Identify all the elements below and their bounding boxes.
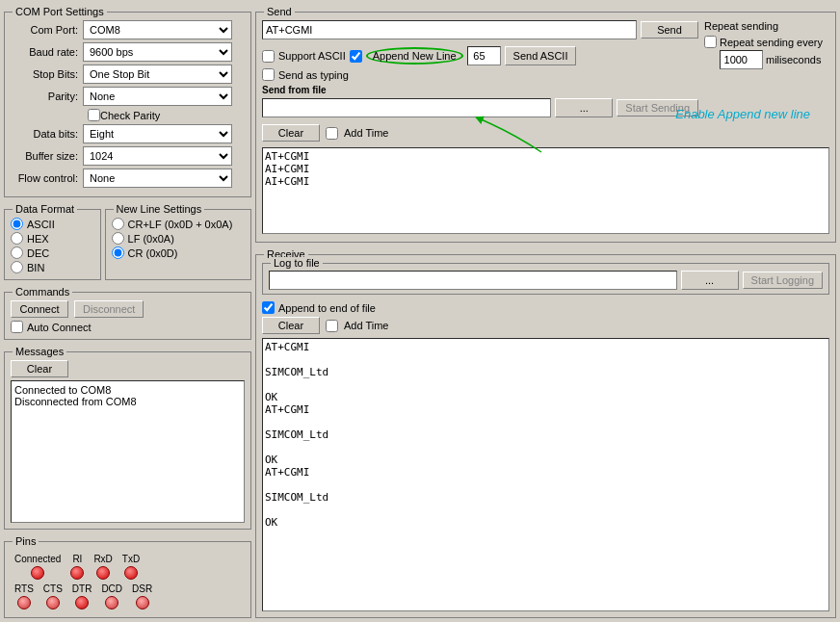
pin-dcd: DCD	[101, 583, 122, 609]
support-ascii-label: Support ASCII	[278, 50, 346, 62]
lf-radio[interactable]	[112, 232, 124, 245]
bin-label: BIN	[27, 262, 44, 273]
com-port-label: Com Port:	[11, 24, 83, 36]
check-parity-label: Check Parity	[100, 110, 160, 121]
file-browse-button[interactable]: ...	[555, 98, 613, 117]
clear-messages-button[interactable]: Clear	[11, 360, 68, 377]
start-sending-button[interactable]: Start Sending	[617, 99, 698, 117]
auto-connect-label: Auto Connect	[27, 322, 92, 333]
lf-label: LF (0x0A)	[128, 233, 174, 245]
append-new-line-label: Append New Line	[366, 47, 463, 65]
send-input[interactable]	[262, 20, 637, 39]
pin-dcd-led	[105, 596, 118, 609]
pin-rxd: RxD	[93, 554, 112, 580]
parity-label: Parity:	[11, 91, 83, 102]
repeat-sending-checkbox[interactable]	[704, 36, 717, 48]
send-ascii-button[interactable]: Send ASCII	[505, 46, 577, 65]
new-line-settings-title: New Line Settings	[114, 203, 205, 215]
pin-dtr: DTR	[72, 583, 92, 609]
flow-control-label: Flow control:	[11, 172, 83, 184]
log-to-file-label: Log to file	[271, 257, 323, 269]
buffer-size-label: Buffer size:	[11, 150, 83, 162]
pin-dsr: DSR	[132, 583, 152, 609]
pin-ri-led	[70, 566, 84, 580]
pin-cts: CTS	[43, 583, 63, 609]
send-as-typing-checkbox[interactable]	[262, 68, 275, 81]
bin-radio[interactable]	[11, 261, 23, 273]
pin-cts-led	[46, 596, 60, 609]
append-end-label: Append to end of file	[278, 302, 376, 314]
send-button[interactable]: Send	[641, 21, 698, 39]
log-browse-button[interactable]: ...	[681, 271, 739, 290]
send-as-typing-label: Send as typing	[278, 69, 349, 81]
milliseconds-label: miliseconds	[766, 54, 821, 65]
pin-connected: Connected	[14, 554, 61, 580]
add-time-send-label: Add Time	[344, 127, 388, 139]
send-textarea[interactable]: AT+CGMI AI+CGMI AI+CGMI	[262, 147, 829, 234]
buffer-size-select[interactable]: 1024	[83, 146, 232, 166]
start-logging-button[interactable]: Start Logging	[743, 272, 823, 289]
repeat-ms-input[interactable]	[720, 50, 763, 69]
support-ascii-checkbox[interactable]	[262, 50, 275, 63]
stop-bits-label: Stop Bits:	[11, 68, 83, 80]
dec-radio[interactable]	[11, 246, 23, 259]
crlf-radio[interactable]	[112, 218, 124, 230]
pin-rts-led	[17, 596, 31, 609]
clear-receive-button[interactable]: Clear	[262, 317, 320, 334]
repeat-every-label: Repeat sending every	[720, 37, 823, 48]
dec-label: DEC	[27, 247, 49, 259]
hex-label: HEX	[27, 233, 49, 245]
add-time-receive-checkbox[interactable]	[326, 320, 338, 332]
hex-radio[interactable]	[11, 232, 23, 245]
data-bits-label: Data bits:	[11, 128, 83, 140]
baud-rate-select[interactable]: 9600 bps	[83, 42, 232, 62]
parity-select[interactable]: None	[83, 87, 232, 106]
ascii-label: ASCII	[27, 219, 55, 230]
append-new-line-checkbox[interactable]	[350, 50, 362, 63]
stop-bits-select[interactable]: One Stop Bit	[83, 65, 232, 84]
data-format-title: Data Format	[13, 203, 77, 215]
crlf-label: CR+LF (0x0D + 0x0A)	[128, 219, 233, 230]
pin-ri: RI	[70, 554, 84, 580]
pin-txd-led	[124, 566, 138, 580]
num-input[interactable]	[467, 46, 501, 65]
pin-txd: TxD	[122, 554, 140, 580]
repeat-sending-label: Repeat sending	[704, 20, 778, 32]
cr-radio[interactable]	[112, 246, 124, 259]
connect-button[interactable]: Connect	[11, 300, 68, 318]
data-bits-select[interactable]: Eight	[83, 124, 232, 143]
pin-dtr-led	[75, 596, 89, 609]
send-from-file-label: Send from file	[262, 85, 698, 95]
disconnect-button[interactable]: Disconnect	[74, 300, 144, 318]
pins-title: Pins	[13, 535, 39, 547]
com-port-select[interactable]: COM8	[83, 20, 232, 39]
append-end-checkbox[interactable]	[262, 301, 275, 314]
baud-rate-label: Baud rate:	[11, 46, 83, 58]
pin-rts: RTS	[14, 583, 34, 609]
flow-control-select[interactable]: None	[83, 168, 232, 188]
cr-label: CR (0x0D)	[128, 247, 178, 259]
receive-textarea[interactable]: AT+CGMI SIMCOM_Ltd OK AT+CGMI SIMCOM_Ltd…	[262, 338, 829, 611]
ascii-radio[interactable]	[11, 218, 23, 230]
auto-connect-checkbox[interactable]	[11, 321, 23, 333]
messages-content: Connected to COM8 Disconnected from COM8	[11, 380, 245, 523]
pin-connected-led	[31, 566, 44, 580]
clear-send-button[interactable]: Clear	[262, 124, 320, 142]
add-time-receive-label: Add Time	[344, 320, 388, 331]
messages-title: Messages	[13, 346, 66, 357]
commands-title: Commands	[13, 286, 72, 298]
send-file-input[interactable]	[262, 98, 551, 117]
add-time-send-checkbox[interactable]	[326, 127, 338, 140]
send-title: Send	[264, 6, 295, 17]
check-parity-checkbox[interactable]	[88, 109, 100, 121]
pin-dsr-led	[136, 596, 149, 609]
pin-rxd-led	[96, 566, 110, 580]
com-port-settings-title: COM Port Settings	[13, 6, 107, 17]
log-file-input[interactable]	[269, 271, 677, 290]
